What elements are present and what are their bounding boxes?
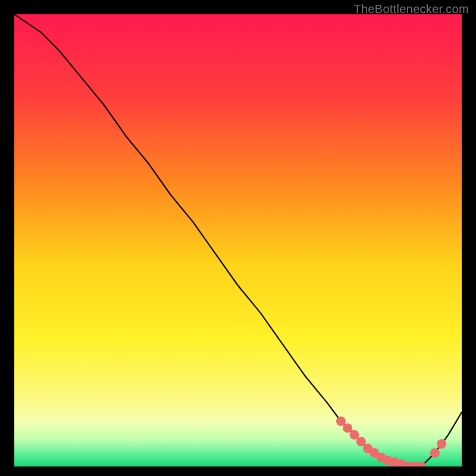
marker-dot [437, 439, 446, 449]
bottleneck-chart [14, 14, 462, 466]
chart-frame: TheBottlenecker.com [0, 0, 476, 476]
marker-dot [336, 416, 346, 426]
marker-dot [430, 448, 440, 458]
marker-dot [350, 430, 359, 440]
plot-background [14, 14, 462, 466]
marker-dot [343, 423, 352, 433]
marker-dot [356, 437, 366, 446]
